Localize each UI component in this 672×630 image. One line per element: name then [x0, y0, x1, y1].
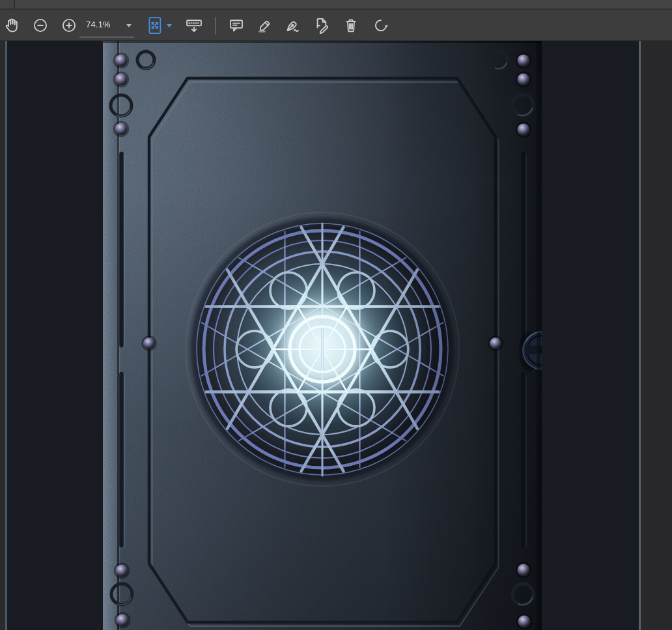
trash-icon: [342, 16, 360, 35]
pdf-page: [103, 41, 542, 630]
chevron-down-icon: [126, 24, 132, 27]
page-right-edge: [537, 41, 542, 630]
zoom-field-underline: [79, 36, 134, 38]
zoom-level-value: 74.1%: [86, 20, 111, 29]
hand-tool-button[interactable]: [1, 14, 23, 36]
plus-circle-icon: [60, 16, 78, 35]
ink-signature-icon: [284, 16, 302, 35]
page-viewport[interactable]: [7, 41, 639, 630]
right-panel-rail: [641, 41, 672, 630]
tab-divider: [14, 0, 15, 8]
rotate-icon: [372, 16, 390, 35]
zoom-level-field[interactable]: 74.1%: [79, 14, 134, 36]
zoom-out-button[interactable]: [29, 14, 51, 36]
book-cover-page: [103, 41, 542, 630]
highlight-button[interactable]: [254, 14, 276, 36]
rotate-button[interactable]: [370, 14, 392, 36]
zoom-in-button[interactable]: [58, 14, 80, 36]
delete-button[interactable]: [340, 14, 362, 36]
toolbar-separator: [215, 17, 216, 35]
document-workspace: [0, 41, 672, 630]
left-panel-rail: [0, 41, 5, 630]
minus-circle-icon: [31, 16, 49, 35]
window-tab-strip: [0, 0, 672, 10]
scroll-mode-icon: [185, 16, 203, 35]
page-edit-icon: [313, 16, 331, 35]
scrolling-mode-button[interactable]: [183, 14, 205, 36]
comment-button[interactable]: [225, 14, 247, 36]
page-top-edge: [103, 41, 542, 43]
fit-page-icon: [147, 16, 165, 35]
fit-page-dropdown-caret[interactable]: [167, 24, 172, 27]
ink-sign-button[interactable]: [282, 14, 304, 36]
fit-one-page-button[interactable]: [145, 14, 167, 36]
comment-icon: [227, 16, 245, 35]
edit-page-button[interactable]: [311, 14, 333, 36]
acrobat-window: 74.1%: [0, 0, 672, 630]
hand-icon: [3, 16, 21, 35]
main-toolbar: 74.1%: [0, 10, 672, 41]
highlighter-icon: [256, 16, 274, 35]
